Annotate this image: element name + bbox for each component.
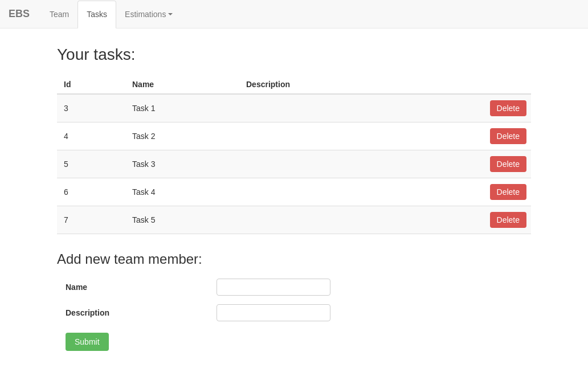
form-group-name: Name	[57, 279, 531, 296]
page-title: Your tasks:	[57, 46, 531, 64]
navbar: EBS Team Tasks Estimations	[0, 0, 588, 28]
nav-link-tasks[interactable]: Tasks	[77, 1, 116, 28]
cell-description	[239, 122, 398, 150]
cell-name: Task 2	[125, 122, 239, 150]
delete-button[interactable]: Delete	[490, 128, 526, 144]
add-member-title: Add new team member:	[57, 251, 531, 267]
col-header-name: Name	[125, 75, 239, 94]
nav-item-estimations: Estimations	[116, 0, 181, 28]
cell-action: Delete	[398, 122, 531, 150]
delete-button[interactable]: Delete	[490, 212, 526, 228]
cell-description	[239, 150, 398, 178]
nav-item-tasks: Tasks	[77, 0, 116, 28]
cell-action: Delete	[398, 178, 531, 206]
cell-action: Delete	[398, 94, 531, 122]
main-content: Your tasks: Id Name Description 3Task 1D…	[0, 28, 588, 368]
cell-description	[239, 94, 398, 122]
table-body: 3Task 1Delete4Task 2Delete5Task 3Delete6…	[57, 94, 531, 234]
col-header-actions	[398, 75, 531, 94]
description-label: Description	[57, 308, 217, 317]
col-header-id: Id	[57, 75, 125, 94]
cell-id: 7	[57, 206, 125, 234]
submit-button[interactable]: Submit	[66, 333, 109, 351]
cell-action: Delete	[398, 206, 531, 234]
cell-id: 6	[57, 178, 125, 206]
navbar-brand[interactable]: EBS	[9, 0, 30, 28]
col-header-description: Description	[239, 75, 398, 94]
cell-id: 4	[57, 122, 125, 150]
table-row: 3Task 1Delete	[57, 94, 531, 122]
table-row: 7Task 5Delete	[57, 206, 531, 234]
table-row: 5Task 3Delete	[57, 150, 531, 178]
description-input[interactable]	[217, 304, 330, 321]
name-input[interactable]	[217, 279, 330, 296]
nav-link-team[interactable]: Team	[41, 0, 77, 28]
nav-link-estimations[interactable]: Estimations	[116, 0, 181, 28]
name-label: Name	[57, 283, 217, 292]
cell-description	[239, 206, 398, 234]
form-group-description: Description	[57, 304, 531, 321]
cell-name: Task 3	[125, 150, 239, 178]
table-header-row: Id Name Description	[57, 75, 531, 94]
add-member-section: Add new team member: Name Description Su…	[57, 251, 531, 351]
table-header: Id Name Description	[57, 75, 531, 94]
nav-link-estimations-label: Estimations	[125, 10, 166, 19]
cell-name: Task 4	[125, 178, 239, 206]
cell-action: Delete	[398, 150, 531, 178]
cell-name: Task 1	[125, 94, 239, 122]
cell-description	[239, 178, 398, 206]
table-row: 6Task 4Delete	[57, 178, 531, 206]
nav-item-team: Team	[41, 0, 77, 28]
cell-id: 3	[57, 94, 125, 122]
dropdown-caret-icon	[168, 13, 173, 15]
cell-name: Task 5	[125, 206, 239, 234]
task-table: Id Name Description 3Task 1Delete4Task 2…	[57, 75, 531, 234]
delete-button[interactable]: Delete	[490, 100, 526, 116]
cell-id: 5	[57, 150, 125, 178]
delete-button[interactable]: Delete	[490, 184, 526, 200]
delete-button[interactable]: Delete	[490, 156, 526, 172]
navbar-nav: Team Tasks Estimations	[41, 0, 181, 28]
table-row: 4Task 2Delete	[57, 122, 531, 150]
